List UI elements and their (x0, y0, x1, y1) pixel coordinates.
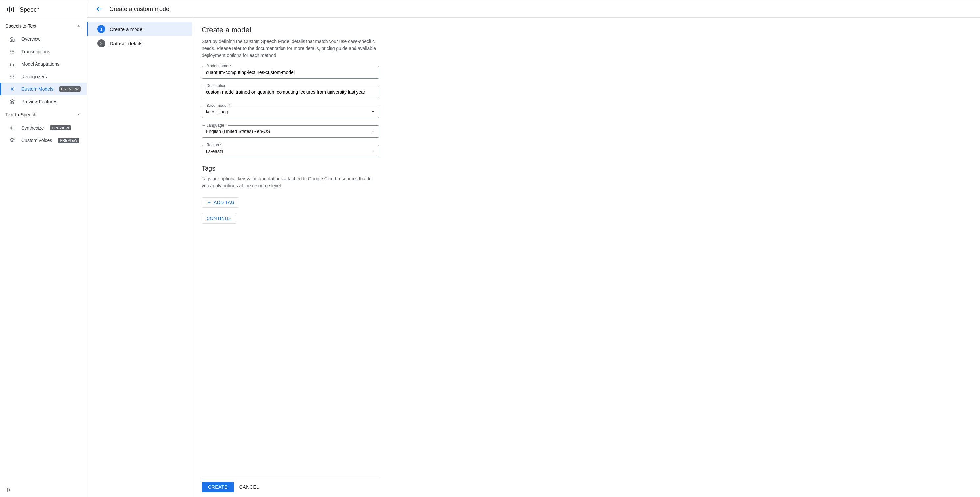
svg-rect-2 (11, 8, 12, 11)
preview-badge: PREVIEW (59, 86, 81, 92)
sidebar-header: Speech (0, 0, 87, 19)
svg-rect-3 (13, 7, 14, 12)
step-label: Create a model (110, 26, 144, 32)
svg-rect-4 (10, 50, 11, 51)
sidebar-item-label: Custom Voices (21, 138, 52, 143)
select-value: us-east1 (206, 149, 224, 154)
tags-description: Tags are optional key-value annotations … (202, 176, 379, 189)
svg-rect-18 (13, 76, 14, 77)
svg-rect-6 (10, 51, 11, 52)
field-label: Description (205, 84, 228, 88)
sidebar-item-label: Transcriptions (21, 49, 50, 54)
main: Create a custom model 1 Create a model 2… (87, 0, 980, 497)
select-value: latest_long (206, 109, 228, 114)
svg-rect-28 (7, 488, 8, 492)
form-title: Create a model (202, 25, 379, 34)
form-description: Start by defining the Custom Speech Mode… (202, 38, 379, 59)
svg-point-22 (11, 89, 13, 90)
preview-badge: PREVIEW (50, 125, 71, 130)
content: Create a model Start by defining the Cus… (192, 18, 980, 497)
svg-rect-1 (9, 6, 10, 13)
svg-rect-0 (7, 8, 8, 11)
home-icon (9, 36, 16, 42)
layers-icon (9, 137, 16, 143)
sidebar-section-speech-to-text[interactable]: Speech-to-Text (0, 19, 87, 33)
svg-rect-25 (12, 127, 13, 129)
add-tag-button[interactable]: ADD TAG (202, 197, 239, 208)
sidebar-item-custom-models[interactable]: Custom Models PREVIEW (0, 83, 87, 95)
tags-title: Tags (202, 165, 379, 172)
svg-rect-9 (11, 53, 14, 54)
main-header: Create a custom model (87, 0, 980, 18)
step-label: Dataset details (110, 41, 142, 46)
svg-rect-12 (13, 64, 14, 66)
sidebar-section-text-to-speech[interactable]: Text-to-Speech (0, 108, 87, 122)
language-field: Language * English (United States) - en-… (202, 125, 379, 138)
svg-rect-17 (11, 76, 13, 77)
sidebar-item-label: Model Adaptations (21, 62, 59, 67)
sidebar-item-label: Custom Models (21, 86, 53, 92)
continue-button[interactable]: CONTINUE (202, 213, 237, 224)
collapse-sidebar-button[interactable] (6, 486, 13, 493)
main-body: 1 Create a model 2 Dataset details Creat… (87, 18, 980, 497)
description-input[interactable] (202, 86, 379, 98)
list-icon (9, 49, 16, 54)
svg-rect-10 (10, 64, 11, 67)
svg-rect-21 (13, 78, 14, 79)
sidebar-item-label: Overview (21, 37, 40, 42)
region-select[interactable]: us-east1 (202, 145, 379, 157)
svg-rect-13 (10, 75, 11, 76)
dropdown-icon (371, 110, 375, 114)
plus-icon (207, 200, 212, 205)
back-arrow-icon[interactable] (95, 5, 103, 13)
section-label: Text-to-Speech (5, 112, 36, 118)
svg-rect-14 (11, 75, 13, 76)
svg-rect-8 (10, 53, 11, 54)
sidebar-item-label: Recognizers (21, 74, 47, 79)
cancel-button[interactable]: CANCEL (239, 482, 259, 492)
svg-rect-23 (10, 127, 11, 129)
region-field: Region * us-east1 (202, 145, 379, 157)
sidebar-items-tts: Synthesize PREVIEW Custom Voices PREVIEW (0, 122, 87, 147)
step-dataset-details[interactable]: 2 Dataset details (87, 36, 192, 51)
table-icon (9, 74, 16, 79)
speech-icon (6, 5, 15, 14)
sidebar-item-transcriptions[interactable]: Transcriptions (0, 45, 87, 58)
svg-rect-19 (10, 78, 11, 79)
sidebar-item-recognizers[interactable]: Recognizers (0, 70, 87, 83)
field-label: Region * (205, 143, 223, 147)
sidebar-item-preview-features[interactable]: Preview Features (0, 95, 87, 108)
dropdown-icon (371, 149, 375, 153)
step-number: 2 (97, 40, 105, 47)
sidebar-item-label: Synthesize (21, 125, 44, 130)
sidebar-item-custom-voices[interactable]: Custom Voices PREVIEW (0, 134, 87, 147)
step-number: 1 (97, 25, 105, 33)
sidebar-item-model-adaptations[interactable]: Model Adaptations (0, 58, 87, 70)
step-create-model[interactable]: 1 Create a model (87, 22, 192, 36)
base-model-field: Base model * latest_long (202, 105, 379, 118)
bars-icon (9, 61, 16, 67)
sidebar-items-stt: Overview Transcriptions Model Adaptation… (0, 33, 87, 108)
language-select[interactable]: English (United States) - en-US (202, 125, 379, 137)
section-label: Speech-to-Text (5, 23, 36, 29)
stepper: 1 Create a model 2 Dataset details (87, 18, 192, 497)
svg-rect-24 (11, 127, 11, 130)
create-button[interactable]: CREATE (202, 482, 234, 492)
sidebar: Speech Speech-to-Text Overview Transcrip… (0, 0, 87, 497)
field-label: Model name * (205, 64, 232, 68)
sidebar-item-overview[interactable]: Overview (0, 33, 87, 45)
dropdown-icon (371, 130, 375, 133)
sidebar-item-label: Preview Features (21, 99, 57, 104)
button-label: ADD TAG (214, 200, 234, 205)
custom-model-icon (9, 86, 16, 92)
svg-rect-7 (11, 51, 14, 52)
description-field: Description (202, 86, 379, 98)
sidebar-item-synthesize[interactable]: Synthesize PREVIEW (0, 122, 87, 134)
preview-badge: PREVIEW (58, 138, 79, 143)
svg-rect-5 (11, 50, 14, 51)
field-label: Language * (205, 123, 228, 127)
model-name-field: Model name * (202, 66, 379, 79)
field-label: Base model * (205, 103, 231, 108)
sidebar-title: Speech (20, 6, 40, 13)
chevron-up-icon (76, 112, 81, 118)
